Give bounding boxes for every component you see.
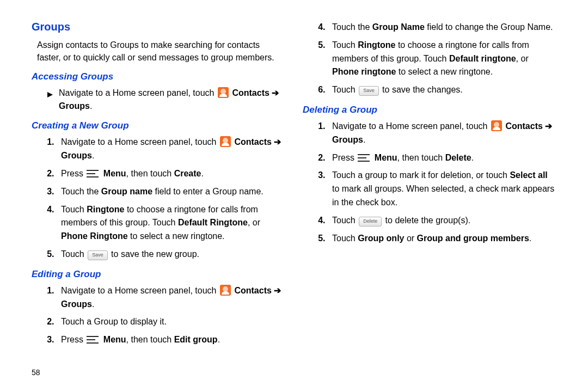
text: Touch (332, 40, 358, 50)
arrow: ➔ (270, 88, 279, 97)
label-groups: Groups (332, 135, 363, 144)
text: . (92, 151, 94, 160)
arrow: ➔ (543, 121, 552, 131)
contacts-icon (218, 87, 229, 98)
creating-steps: Navigate to a Home screen panel, touch C… (41, 136, 285, 261)
accessing-step: Navigate to a Home screen panel, touch C… (47, 87, 285, 113)
text: Press (61, 169, 85, 178)
label: Select all (510, 170, 547, 180)
text: . (218, 335, 220, 344)
text: Press (332, 153, 357, 162)
list-item: Navigate to a Home screen panel, touch C… (57, 284, 285, 311)
section-heading-groups: Groups (32, 21, 285, 33)
text: Touch (61, 205, 87, 214)
label-contacts: Contacts (234, 137, 271, 146)
accessing-text: Navigate to a Home screen panel, touch C… (59, 87, 285, 113)
label: Group name (101, 187, 152, 196)
save-button-graphic: Save (88, 250, 108, 260)
text: , or (516, 54, 529, 63)
text: to save the new group. (111, 249, 199, 259)
text: to mark all groups. When selected, a che… (332, 184, 554, 207)
list-item: Navigate to a Home screen panel, touch C… (328, 120, 556, 147)
list-item: Touch Group only or Group and group memb… (328, 232, 556, 246)
list-item: Press Menu, then touch Delete. (328, 151, 556, 165)
text: . (92, 299, 94, 309)
subheading-editing: Editing a Group (32, 269, 285, 280)
text: Touch the (61, 187, 101, 196)
text: Touch (332, 85, 358, 94)
text: Touch (61, 249, 87, 259)
list-item: Touch Save to save the changes. (328, 83, 556, 97)
text: . (90, 101, 92, 111)
list-item: Touch Ringtone to choose a ringtone for … (57, 203, 285, 243)
text: . (529, 234, 531, 243)
text: Navigate to a Home screen panel, touch (61, 137, 219, 146)
text: , then touch (126, 335, 174, 344)
label: Edit group (174, 335, 218, 344)
text: to save the changes. (382, 85, 463, 94)
text: . (201, 169, 203, 178)
list-item: Touch a Group to display it. (57, 315, 285, 329)
text: , then touch (397, 153, 445, 162)
triangle-bullet-icon (47, 89, 53, 102)
label: Group and group members (417, 234, 529, 243)
text: or (404, 234, 416, 243)
text: . (363, 135, 365, 144)
text: , or (248, 218, 260, 227)
list-item: Touch Save to save the new group. (57, 248, 285, 261)
list-item: Touch Delete to delete the group(s). (328, 214, 556, 228)
text: field to enter a Group name. (152, 187, 264, 196)
text: , then touch (126, 169, 174, 178)
text: to delete the group(s). (385, 216, 471, 225)
label: Group only (358, 234, 404, 243)
menu-icon (87, 336, 99, 344)
menu-icon (358, 154, 370, 162)
text: Press (61, 335, 85, 344)
label: Phone Ringtone (61, 231, 128, 241)
contacts-icon (220, 136, 231, 147)
label-create: Create (174, 169, 201, 178)
label: Delete (445, 153, 471, 162)
text: Touch (332, 234, 358, 243)
text: . (471, 153, 474, 162)
label-contacts: Contacts (232, 88, 269, 97)
label: Group Name (372, 22, 425, 32)
label: Default Ringtone (178, 218, 248, 227)
contacts-icon (491, 120, 502, 131)
intro-paragraph: Assign contacts to Groups to make search… (37, 39, 285, 64)
menu-icon (87, 170, 99, 177)
label-groups: Groups (61, 299, 92, 309)
text: Navigate to a Home screen panel, touch (59, 88, 217, 97)
list-item: Press Menu, then touch Edit group. (57, 333, 285, 347)
list-item: Touch the Group Name field to change the… (328, 21, 556, 34)
text: Touch the (332, 22, 372, 32)
subheading-creating: Creating a New Group (32, 120, 285, 131)
arrow: ➔ (272, 286, 281, 295)
label: Default ringtone (449, 54, 516, 63)
label: Ringtone (87, 205, 124, 214)
text: to select a new ringtone. (128, 231, 225, 241)
deleting-steps: Navigate to a Home screen panel, touch C… (313, 120, 556, 245)
arrow: ➔ (272, 137, 281, 146)
list-item: Navigate to a Home screen panel, touch C… (57, 136, 285, 163)
list-item: Press Menu, then touch Create. (57, 167, 285, 181)
list-item: Touch the Group name field to enter a Gr… (57, 185, 285, 199)
label: Phone ringtone (332, 67, 396, 76)
subheading-accessing: Accessing Groups (32, 71, 285, 82)
label: Ringtone (358, 40, 395, 50)
text: to select a new ringtone. (396, 67, 493, 76)
list-item: Touch Ringtone to choose a ringtone for … (328, 39, 556, 79)
svg-marker-0 (47, 92, 53, 97)
label-contacts: Contacts (505, 121, 542, 131)
save-button-graphic: Save (359, 86, 379, 96)
text: Navigate to a Home screen panel, touch (61, 286, 219, 295)
label-groups: Groups (59, 101, 90, 111)
contacts-icon (220, 285, 231, 296)
text: field to change the Group Name. (425, 22, 553, 32)
list-item: Touch a group to mark it for deletion, o… (328, 169, 556, 209)
label-menu: Menu (375, 153, 397, 162)
label-menu: Menu (103, 335, 126, 344)
text: Navigate to a Home screen panel, touch (332, 121, 490, 131)
label-groups: Groups (61, 151, 92, 160)
text: Touch (332, 216, 358, 225)
